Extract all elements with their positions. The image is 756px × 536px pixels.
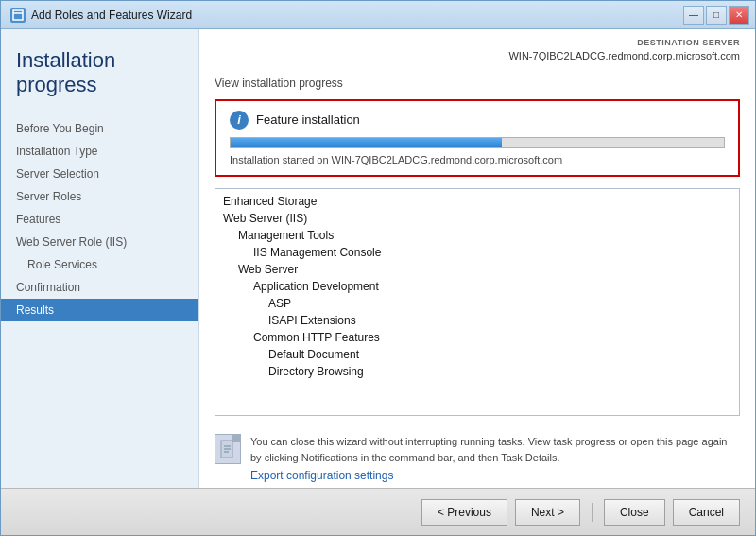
progress-bar-container (230, 137, 725, 148)
list-item: Default Document (215, 346, 739, 363)
dest-server-bar: DESTINATION SERVER WIN-7QIBC2LADCG.redmo… (199, 29, 755, 67)
close-button[interactable]: Close (604, 499, 665, 526)
window-title: Add Roles and Features Wizard (31, 9, 192, 22)
info-icon: i (230, 111, 249, 130)
content-area: Installation progress Before You BeginIn… (1, 29, 755, 488)
dest-server-name: WIN-7QIBC2LADCG.redmond.corp.microsoft.c… (215, 49, 740, 63)
list-item: ISAPI Extensions (215, 312, 739, 329)
list-item: IIS Management Console (215, 244, 739, 261)
button-bar: < Previous Next > Close Cancel (1, 488, 755, 535)
dest-server-label: DESTINATION SERVER (215, 37, 740, 49)
title-bar-left: Add Roles and Features Wizard (10, 8, 192, 23)
cancel-button[interactable]: Cancel (673, 499, 740, 526)
app-icon (10, 8, 26, 23)
next-button[interactable]: Next > (515, 499, 580, 526)
button-separator (592, 503, 593, 522)
maximize-button[interactable]: □ (706, 6, 727, 25)
list-item: Common HTTP Features (215, 329, 739, 346)
sidebar-item-server-selection[interactable]: Server Selection (1, 163, 198, 185)
svg-rect-0 (13, 10, 23, 20)
nav-list: Before You BeginInstallation TypeServer … (1, 117, 198, 321)
feature-header: i Feature installation (230, 111, 725, 130)
page-title: Installation progress (1, 48, 198, 117)
info-section: You can close this wizard without interr… (215, 424, 740, 488)
features-list-container: Enhanced StorageWeb Server (IIS)Manageme… (215, 188, 740, 416)
sidebar-item-web-server-role[interactable]: Web Server Role (IIS) (1, 231, 198, 253)
sidebar-item-server-roles[interactable]: Server Roles (1, 185, 198, 208)
sidebar-item-role-services[interactable]: Role Services (1, 253, 198, 276)
title-bar: Add Roles and Features Wizard — □ ✕ (1, 1, 755, 29)
list-item: Web Server (215, 261, 739, 278)
main-inner: View installation progress i Feature ins… (199, 67, 755, 488)
window-close-button[interactable]: ✕ (729, 6, 749, 25)
sidebar-item-installation-type[interactable]: Installation Type (1, 140, 198, 163)
list-item: Enhanced Storage (215, 193, 739, 210)
document-icon (215, 434, 241, 464)
sidebar-item-results[interactable]: Results (1, 299, 198, 321)
sidebar-item-confirmation[interactable]: Confirmation (1, 276, 198, 299)
info-text-area: You can close this wizard without interr… (250, 434, 740, 482)
list-item: Application Development (215, 278, 739, 295)
export-configuration-link[interactable]: Export configuration settings (250, 469, 393, 482)
sidebar: Installation progress Before You BeginIn… (1, 29, 199, 488)
feature-title: Feature installation (256, 112, 360, 127)
list-item: Management Tools (215, 227, 739, 244)
title-controls: — □ ✕ (683, 6, 749, 25)
main-content: DESTINATION SERVER WIN-7QIBC2LADCG.redmo… (199, 29, 755, 488)
previous-button[interactable]: < Previous (421, 499, 507, 526)
minimize-button[interactable]: — (683, 6, 704, 25)
progress-bar-fill (231, 138, 502, 147)
info-text: You can close this wizard without interr… (250, 434, 740, 465)
list-item: Directory Browsing (215, 363, 739, 380)
section-title: View installation progress (215, 77, 740, 90)
main-window: Add Roles and Features Wizard — □ ✕ Inst… (0, 0, 756, 536)
sidebar-item-features[interactable]: Features (1, 208, 198, 231)
sidebar-item-before-you-begin[interactable]: Before You Begin (1, 117, 198, 140)
features-list[interactable]: Enhanced StorageWeb Server (IIS)Manageme… (215, 189, 739, 415)
progress-text: Installation started on WIN-7QIBC2LADCG.… (230, 154, 725, 165)
list-item: ASP (215, 295, 739, 312)
list-item: Web Server (IIS) (215, 210, 739, 227)
feature-installation-box: i Feature installation Installation star… (215, 99, 740, 177)
